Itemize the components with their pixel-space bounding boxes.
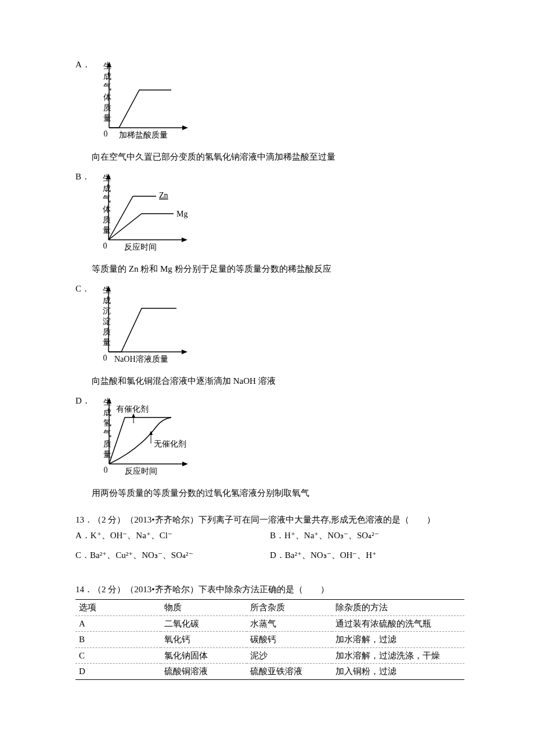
q13-label-B: B． — [270, 529, 284, 542]
y-axis-char: 沉 — [103, 307, 111, 315]
option-label-C: C． — [75, 282, 90, 296]
q13-label-C: C． — [75, 549, 90, 562]
option-label-A: A． — [75, 58, 91, 71]
x-axis-label: 反应时间 — [125, 467, 157, 476]
chart-B: Zn Mg 生 成 气 体 质 量 0 反应时间 — [92, 170, 197, 251]
y-axis-char: 生 — [103, 398, 111, 406]
x-axis-label: 反应时间 — [124, 243, 157, 251]
cell: B — [75, 632, 161, 648]
chart-A: 生 成 气 体 质 量 0 加稀盐酸质量 — [93, 58, 192, 139]
svg-marker-7 — [182, 237, 187, 242]
q13-stem: 13．（2 分）（2013•齐齐哈尔）下列离子可在同一溶液中大量共存,形成无色溶… — [75, 513, 464, 527]
chart-D: 有催化剂 无催化剂 生 成 氢 气 质 量 0 反应时间 — [93, 394, 203, 476]
svg-marker-15 — [182, 462, 188, 466]
cell: 硫酸亚铁溶液 — [247, 664, 332, 680]
caption-B: 等质量的 Zn 粉和 Mg 粉分别于足量的等质量分数的稀盐酸反应 — [92, 262, 464, 276]
cell: D — [75, 664, 161, 680]
q14-table: 选项 物质 所含杂质 除杂质的方法 A 二氧化碳 水蒸气 通过装有浓硫酸的洗气瓶… — [75, 599, 464, 680]
cell: 氯化钠固体 — [161, 647, 246, 664]
caption-D: 用两份等质量的等质量分数的过氧化氢溶液分别制取氧气 — [92, 487, 464, 500]
cell: 泥沙 — [247, 647, 332, 664]
series-label-no-catalyst: 无催化剂 — [154, 440, 186, 448]
th-option: 选项 — [75, 600, 161, 616]
y-axis-char: 量 — [103, 450, 111, 459]
cell: C — [75, 647, 161, 664]
q12-option-A: A． 生 成 气 体 质 量 0 加稀盐酸质量 — [75, 58, 464, 146]
y-axis-char: 淀 — [103, 317, 111, 326]
q13-label-D: D． — [270, 549, 285, 562]
y-axis-char: 质 — [103, 327, 111, 336]
table-row: C 氯化钠固体 泥沙 加水溶解，过滤洗涤，干燥 — [75, 647, 464, 664]
th-substance: 物质 — [161, 600, 246, 616]
q13-ions-A: K⁺、OH⁻、Na⁺、Cl⁻ — [91, 529, 172, 542]
y-axis-char: 气 — [103, 82, 111, 91]
y-axis-char: 气 — [103, 195, 111, 203]
cell: 水蒸气 — [247, 615, 332, 632]
svg-marker-17 — [132, 413, 135, 417]
th-impurity: 所含杂质 — [247, 600, 332, 616]
y-axis-char: 量 — [103, 114, 111, 123]
table-row: A 二氧化碳 水蒸气 通过装有浓硫酸的洗气瓶 — [75, 615, 464, 632]
cell: 加入铜粉，过滤 — [332, 664, 464, 680]
q12-option-D: D． 有催化剂 无催化剂 生 成 氢 气 质 量 — [75, 394, 464, 482]
y-axis-char: 成 — [103, 408, 111, 417]
y-axis-char: 成 — [103, 72, 111, 81]
origin-label: 0 — [103, 354, 107, 362]
y-axis-char: 成 — [103, 296, 111, 305]
q12-option-B: B． Zn Mg 生 成 气 体 质 量 0 反应时间 — [75, 170, 464, 258]
cell: 碳酸钙 — [247, 632, 332, 648]
y-axis-char: 生 — [103, 62, 111, 70]
q13-label-A: A． — [75, 529, 91, 542]
y-axis-char: 生 — [103, 286, 111, 294]
y-axis-char: 气 — [103, 429, 111, 438]
chart-C: 生 成 沉 淀 质 量 0 NaOH溶液质量 — [92, 282, 197, 363]
cell: 二氧化碳 — [161, 615, 246, 632]
cell: 通过装有浓硫酸的洗气瓶 — [332, 615, 464, 632]
x-axis-label: NaOH溶液质量 — [114, 355, 168, 363]
th-method: 除杂质的方法 — [332, 600, 464, 616]
q13-option-B: B． H⁺、Na⁺、NO₃⁻、SO₄²⁻ — [270, 529, 464, 542]
option-label-D: D． — [75, 394, 91, 408]
y-axis-char: 生 — [103, 174, 111, 182]
y-axis-char: 成 — [103, 184, 111, 193]
question-14: 14．（2 分）（2013•齐齐哈尔）下表中除杂方法正确的是（ ） 选项 物质 … — [75, 583, 464, 680]
y-axis-char: 氢 — [103, 419, 111, 427]
y-axis-char: 质 — [103, 440, 111, 448]
y-axis-char: 量 — [103, 338, 111, 347]
cell: 硫酸铜溶液 — [161, 664, 246, 680]
series-label-Mg: Mg — [176, 210, 187, 218]
series-label-catalyst: 有催化剂 — [116, 405, 149, 413]
caption-A: 向在空气中久置已部分变质的氢氧化钠溶液中滴加稀盐酸至过量 — [92, 150, 464, 164]
table-row: B 氧化钙 碳酸钙 加水溶解，过滤 — [75, 632, 464, 648]
origin-label: 0 — [103, 466, 107, 474]
origin-label: 0 — [103, 129, 107, 138]
svg-marker-11 — [182, 350, 187, 354]
cell: 氧化钙 — [161, 632, 246, 648]
option-label-B: B． — [75, 170, 90, 183]
series-label-Zn: Zn — [159, 191, 168, 200]
caption-C: 向盐酸和氯化铜混合溶液中逐渐滴加 NaOH 溶液 — [92, 375, 464, 388]
cell: A — [75, 615, 161, 632]
q12-option-C: C． 生 成 沉 淀 质 量 0 NaOH溶液质量 — [75, 282, 464, 370]
question-13: 13．（2 分）（2013•齐齐哈尔）下列离子可在同一溶液中大量共存,形成无色溶… — [75, 513, 464, 569]
x-axis-label: 加稀盐酸质量 — [119, 131, 168, 139]
cell: 加水溶解，过滤 — [332, 632, 464, 648]
q13-ions-C: Ba²⁺、Cu²⁺、NO₃⁻、SO₄²⁻ — [90, 549, 193, 562]
q13-option-D: D． Ba²⁺、NO₃⁻、OH⁻、H⁺ — [270, 549, 464, 562]
q13-option-A: A． K⁺、OH⁻、Na⁺、Cl⁻ — [75, 529, 270, 542]
y-axis-char: 质 — [103, 103, 111, 112]
table-row: D 硫酸铜溶液 硫酸亚铁溶液 加入铜粉，过滤 — [75, 664, 464, 680]
cell: 加水溶解，过滤洗涤，干燥 — [332, 647, 464, 664]
origin-label: 0 — [103, 242, 107, 250]
q13-ions-D: Ba²⁺、NO₃⁻、OH⁻、H⁺ — [285, 549, 377, 562]
q13-option-C: C． Ba²⁺、Cu²⁺、NO₃⁻、SO₄²⁻ — [75, 549, 270, 562]
y-axis-char: 量 — [103, 226, 111, 235]
y-axis-char: 体 — [103, 93, 111, 102]
q13-ions-B: H⁺、Na⁺、NO₃⁻、SO₄²⁻ — [284, 529, 379, 542]
q14-stem: 14．（2 分）（2013•齐齐哈尔）下表中除杂方法正确的是（ ） — [75, 583, 464, 596]
y-axis-char: 质 — [103, 215, 111, 224]
y-axis-char: 体 — [103, 205, 111, 214]
table-header-row: 选项 物质 所含杂质 除杂质的方法 — [75, 600, 464, 616]
svg-marker-3 — [182, 125, 188, 130]
